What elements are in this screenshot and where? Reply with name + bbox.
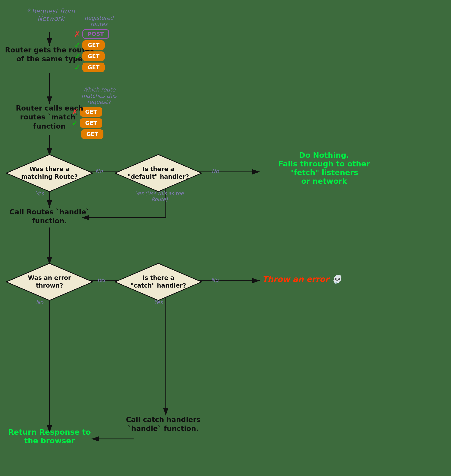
router-calls-node: Router calls eachroutes `match`function — [5, 104, 94, 131]
return-response-node: Return Response tothe browser — [7, 428, 92, 445]
badge-post: POST — [82, 29, 109, 39]
check-mark-get3: ✓ — [74, 63, 80, 72]
x-mark-post: ✗ — [74, 30, 80, 38]
label-no2: No — [205, 168, 225, 174]
badge-get1: GET — [82, 40, 105, 50]
arrows-layer: Is there default handler? --> Do Nothing… — [0, 0, 451, 476]
diamond2-label: Is there a"default" handler? — [128, 165, 189, 181]
throw-error-node: Throw an error 💀 — [262, 274, 398, 284]
label-yes4: Yes — [143, 299, 173, 305]
call-handle-node: Call Routes `handle`function. — [5, 208, 94, 226]
diamond3-label: Was an errorthrown? — [28, 274, 71, 290]
check-mark-get1: ✓ — [74, 41, 80, 49]
diagram-container: Is there default handler? --> Do Nothing… — [0, 0, 451, 476]
label-yes1: Yes — [30, 190, 49, 197]
registered-routes-section: Registeredroutes ✗ POST ✓ GET ✓ GET ✓ GE… — [74, 15, 124, 74]
diamond3: Was an errorthrown? — [5, 262, 94, 302]
diamond1-label: Was there amatching Route? — [21, 165, 78, 181]
which-route-label: Which routematches this request? — [72, 87, 126, 105]
badge-get3: GET — [82, 63, 105, 72]
diamond2: Is there a"default" handler? — [114, 153, 203, 193]
badge-get2: GET — [82, 51, 105, 61]
diamond4: Is there a"catch" handler? — [114, 262, 203, 302]
check-mark-get2: ✓ — [74, 52, 80, 61]
label-no1: No — [89, 168, 109, 174]
call-catch-node: Call catch handlers`handle` function. — [116, 415, 210, 433]
label-yes3: Yes — [91, 277, 111, 283]
label-no4: No — [205, 277, 225, 283]
diamond4-label: Is there a"catch" handler? — [131, 274, 186, 290]
registered-routes-label: Registeredroutes — [74, 15, 124, 27]
do-nothing-node: Do Nothing.Falls through to other"fetch"… — [262, 151, 386, 185]
label-yes2: Yes (Use this as the Route) — [131, 190, 188, 202]
diamond1: Was there amatching Route? — [5, 153, 94, 193]
label-no3: No — [30, 299, 49, 305]
